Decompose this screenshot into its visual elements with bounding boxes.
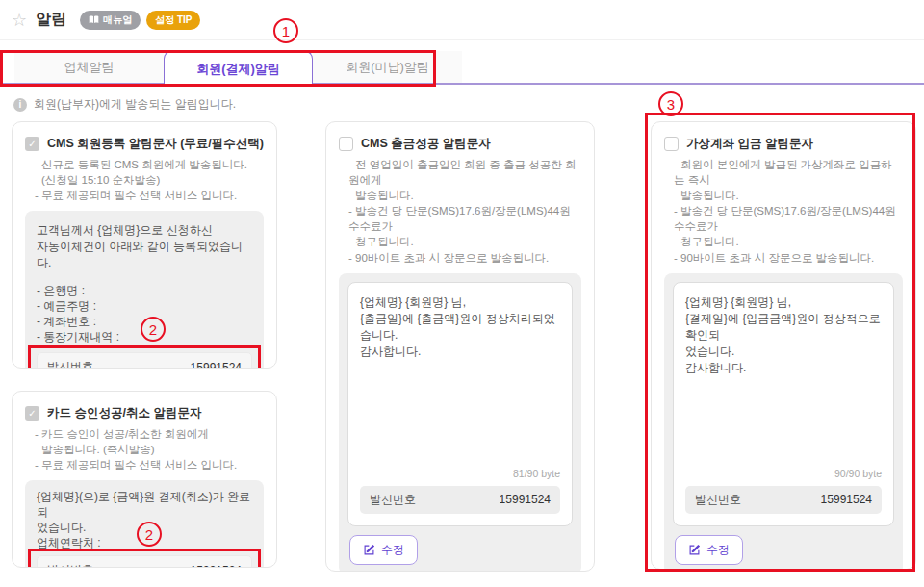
info-text: 회원(납부자)에게 발송되는 알림입니다. (34, 96, 236, 113)
sender-number-row: 발신번호 15991524 (37, 352, 252, 369)
manual-badge-label: 매뉴얼 (103, 13, 132, 27)
cms-register-message-preview: 고객님께서 {업체명}으로 신청하신 자동이체건이 아래와 같이 등록되었습니다… (25, 211, 264, 369)
sender-number-value: 15991524 (821, 493, 872, 506)
cms-withdraw-desc: - 전 영업일이 출금일인 회원 중 출금 성공한 회원에게 발송됩니다. - … (339, 157, 581, 266)
virtual-account-desc: - 회원이 본인에게 발급된 가상계좌로 입금하는 즉시 발송됩니다. - 발송… (664, 157, 903, 266)
manual-badge[interactable]: 매뉴얼 (80, 11, 141, 30)
byte-counter: 90/90 byte (685, 468, 882, 479)
tab-member-payment-notification[interactable]: 회원(결제)알림 (164, 51, 313, 87)
cms-withdraw-message-preview: {업체명} {회원명} 님, {출금일}에 {출금액}원이 정상처리되었습니다.… (347, 282, 573, 526)
setting-tip-label: 설정 TIP (155, 13, 192, 27)
virtual-account-message-area: {업체명} {회원명} 님, {결제일}에 {입금금액}원이 정상적으로 확인되… (664, 273, 903, 570)
card-cms-register: ✓ CMS 회원등록 알림문자 (무료/필수선택) - 신규로 등록된 CMS … (12, 121, 277, 369)
virtual-account-message-preview: {업체명} {회원명} 님, {결제일}에 {입금금액}원이 정상적으로 확인되… (673, 282, 894, 526)
sender-number-label: 발신번호 (695, 492, 741, 508)
favorite-star-icon[interactable]: ☆ (12, 12, 27, 29)
notification-tabbar: 업체알림 회원(결제)알림 회원(미납)알림 (0, 51, 924, 85)
info-icon: i (13, 98, 27, 112)
card-approval-message-preview: {업체명}(으)로 {금액}원 결제(취소)가 완료되 었습니다. 업체연락처 … (25, 480, 264, 568)
card-approval-checkbox[interactable]: ✓ (25, 406, 39, 421)
book-icon (89, 15, 99, 24)
card-approval-title: 카드 승인성공/취소 알림문자 (47, 405, 201, 421)
cms-register-checkbox[interactable]: ✓ (25, 137, 39, 151)
cms-register-title: CMS 회원등록 알림문자 (무료/필수선택) (47, 136, 264, 152)
tab-company-notification[interactable]: 업체알림 (14, 51, 164, 83)
sender-number-value: 15991524 (191, 564, 242, 568)
notification-settings-page: ☆ 알림 매뉴얼 설정 TIP 업체알림 회원(결제)알림 회원(미납)알림 i… (0, 0, 924, 587)
sender-number-value: 15991524 (191, 361, 242, 369)
card-virtual-account: 가상계좌 입금 알림문자 - 회원이 본인에게 발급된 가상계좌로 입금하는 즉… (651, 121, 916, 570)
page-header: ☆ 알림 매뉴얼 설정 TIP (0, 0, 924, 40)
virtual-account-title: 가상계좌 입금 알림문자 (686, 136, 813, 152)
annotation-circle-3: 3 (658, 91, 683, 116)
edit-message-button[interactable]: 수정 (675, 535, 743, 565)
sender-number-row: 발신번호 15991524 (37, 555, 252, 568)
byte-counter: 81/90 byte (360, 468, 560, 479)
card-card-approval: ✓ 카드 승인성공/취소 알림문자 - 카드 승인이 성공/취소한 회원에게 발… (12, 391, 277, 568)
card-cms-withdraw: CMS 출금성공 알림문자 - 전 영업일이 출금일인 회원 중 출금 성공한 … (325, 121, 595, 572)
info-row: i 회원(납부자)에게 발송되는 알림입니다. (13, 96, 236, 113)
edit-icon (688, 544, 701, 556)
sender-number-row: 발신번호 15991524 (360, 486, 560, 514)
edit-message-button[interactable]: 수정 (349, 535, 418, 565)
edit-icon (363, 544, 375, 556)
cms-withdraw-checkbox[interactable] (339, 137, 353, 151)
card-approval-desc: - 카드 승인이 성공/취소한 회원에게 발송됩니다. (즉시발송) - 무료 … (25, 426, 264, 472)
sender-number-label: 발신번호 (47, 359, 93, 369)
cms-withdraw-title: CMS 출금성공 알림문자 (361, 136, 491, 152)
virtual-account-checkbox[interactable] (664, 137, 679, 151)
tab-member-unpaid-notification[interactable]: 회원(미납)알림 (313, 51, 462, 83)
sender-number-row: 발신번호 15991524 (685, 486, 882, 514)
sender-number-label: 발신번호 (370, 492, 416, 508)
cms-register-desc: - 신규로 등록된 CMS 회원에게 발송됩니다. (신청일 15:10 순차발… (25, 157, 264, 203)
sender-number-value: 15991524 (500, 493, 551, 506)
cms-withdraw-message-area: {업체명} {회원명} 님, {출금일}에 {출금액}원이 정상처리되었습니다.… (339, 273, 581, 572)
page-title: 알림 (36, 10, 66, 30)
setting-tip-badge[interactable]: 설정 TIP (146, 11, 200, 30)
sender-number-label: 발신번호 (47, 562, 93, 568)
